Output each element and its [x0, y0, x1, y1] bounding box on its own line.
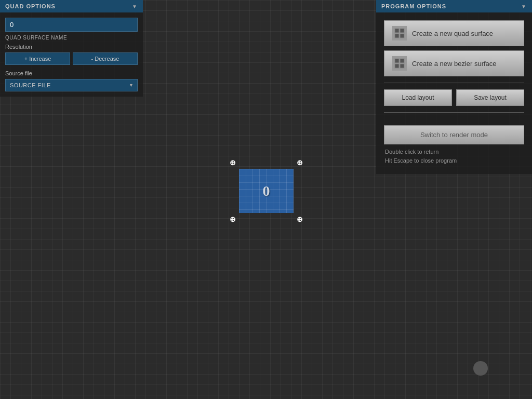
quad-widget[interactable]: ⊕ ⊕ 0 ⊕ ⊕	[229, 158, 304, 223]
quad-icon	[392, 26, 407, 41]
hint-escape: Hit Escape to close program	[384, 157, 524, 164]
left-panel-content: QUAD SURFACE NAME Resolution + Increase …	[0, 12, 143, 97]
left-panel-arrow[interactable]: ▼	[132, 4, 138, 9]
svg-rect-1	[400, 29, 404, 33]
quad-surface[interactable]: 0	[239, 169, 294, 213]
load-layout-button[interactable]: Load layout	[384, 89, 452, 106]
create-bezier-label: Create a new bezier surface	[412, 60, 497, 68]
hint-double-click: Double click to return	[384, 149, 524, 155]
right-panel-arrow[interactable]: ▼	[521, 4, 527, 9]
handle-top-left[interactable]: ⊕	[229, 158, 237, 167]
source-file-label: Source file	[5, 70, 138, 76]
decrease-button[interactable]: - Decrease	[73, 52, 138, 65]
svg-rect-5	[400, 59, 404, 63]
bezier-icon	[392, 56, 407, 71]
increase-button[interactable]: + Increase	[5, 52, 70, 65]
resolution-label: Resolution	[5, 44, 138, 50]
svg-rect-6	[395, 64, 399, 68]
svg-rect-2	[395, 34, 399, 38]
svg-rect-3	[400, 34, 404, 38]
handle-bottom-right[interactable]: ⊕	[296, 215, 304, 223]
svg-rect-4	[395, 59, 399, 63]
layout-buttons: Load layout Save layout	[384, 89, 524, 106]
save-layout-button[interactable]: Save layout	[456, 89, 524, 106]
quad-surface-label: 0	[263, 183, 270, 200]
svg-rect-7	[400, 64, 404, 68]
left-panel-header: QUAD OPTIONS ▼	[0, 0, 143, 12]
source-file-wrapper: SOURCE FILE	[5, 79, 138, 91]
handle-bottom-left[interactable]: ⊕	[229, 215, 237, 223]
source-file-select[interactable]: SOURCE FILE	[5, 79, 138, 91]
right-panel-content: Create a new quad surface Create a new b…	[376, 12, 532, 174]
bottom-circle	[473, 361, 488, 376]
resolution-buttons: + Increase - Decrease	[5, 52, 138, 65]
right-panel: PROGRAM OPTIONS ▼ Create a new quad surf…	[376, 0, 532, 174]
bezier-svg-icon	[394, 58, 405, 69]
left-panel: QUAD OPTIONS ▼ QUAD SURFACE NAME Resolut…	[0, 0, 143, 97]
create-quad-button[interactable]: Create a new quad surface	[384, 20, 524, 46]
divider-1	[384, 83, 524, 83]
quad-svg-icon	[394, 28, 405, 38]
right-panel-title: PROGRAM OPTIONS	[381, 3, 446, 9]
right-panel-header: PROGRAM OPTIONS ▼	[376, 0, 532, 12]
left-panel-title: QUAD OPTIONS	[5, 3, 56, 9]
handle-top-right[interactable]: ⊕	[296, 158, 304, 167]
divider-2	[384, 112, 524, 113]
surface-name-label: QUAD SURFACE NAME	[5, 35, 138, 41]
create-quad-label: Create a new quad surface	[412, 30, 493, 37]
render-mode-button[interactable]: Switch to render mode	[384, 125, 524, 144]
svg-rect-0	[395, 29, 399, 33]
surface-name-input[interactable]	[5, 18, 138, 32]
create-bezier-button[interactable]: Create a new bezier surface	[384, 50, 524, 76]
